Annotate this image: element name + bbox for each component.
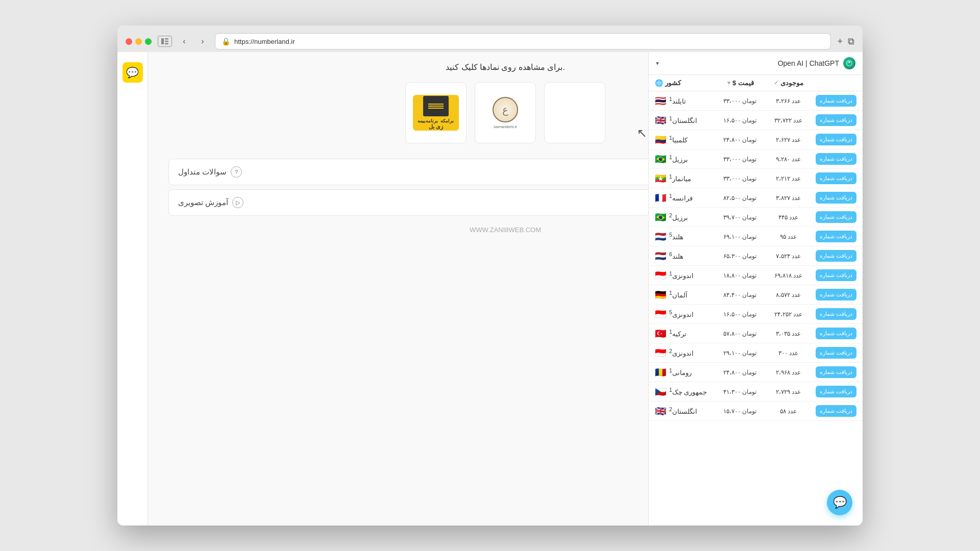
- table-row: دریافت شماره عدد ۹،۲۸۰ تومان ۳۳،۰۰۰ برزی…: [649, 149, 863, 169]
- close-button[interactable]: [126, 38, 132, 45]
- sidebar-toggle-button[interactable]: [158, 36, 172, 47]
- receive-button[interactable]: دریافت شماره: [816, 366, 856, 378]
- country-name: فرانسه1: [669, 193, 693, 202]
- country-name: انگلستان2: [669, 407, 697, 415]
- sidebar-chat-icon[interactable]: 💬: [122, 62, 143, 83]
- table-row: دریافت شماره عدد ۸،۵۷۲ تومان ۸۴،۴۰۰ آلما…: [649, 285, 863, 305]
- row-stock-cell: عدد ۲،۲۱۲: [767, 175, 811, 182]
- row-country-cell: هلند5 🇳🇱: [655, 231, 714, 242]
- country-name: رومانی1: [669, 368, 692, 377]
- back-button[interactable]: ‹: [178, 35, 190, 47]
- row-country-cell: اندونزی2 🇮🇩: [655, 347, 714, 359]
- row-price-cell: تومان ۱۶،۵۰۰: [716, 117, 765, 124]
- row-btn-cell: دریافت شماره: [813, 250, 856, 262]
- receive-button[interactable]: دریافت شماره: [816, 134, 856, 145]
- country-flag: 🇧🇷: [655, 154, 666, 165]
- receive-button[interactable]: دریافت شماره: [816, 211, 856, 223]
- row-price-cell: تومان ۲۴،۸۰۰: [716, 136, 765, 143]
- copy-button[interactable]: ⧉: [848, 36, 854, 47]
- receive-button[interactable]: دریافت شماره: [816, 231, 856, 242]
- row-country-cell: برزیل2 🇧🇷: [655, 212, 714, 223]
- svg-rect-3: [165, 43, 168, 45]
- tutorial-label: آموزش تصویری: [178, 198, 228, 207]
- row-stock-cell: عدد ۵۸: [767, 408, 811, 415]
- maximize-button[interactable]: [145, 38, 152, 45]
- logo-card-bank[interactable]: برامکه ‌ برنامه‌بیمهزی بل: [405, 82, 467, 143]
- row-btn-cell: دریافت شماره: [813, 231, 856, 242]
- panel-dropdown[interactable]: ▾ Open AI | ChatGPT: [649, 52, 863, 75]
- row-stock-cell: عدد ۲۴،۲۵۲: [767, 311, 811, 318]
- table-body: دریافت شماره عدد ۳،۲۶۶ تومان ۳۳،۰۰۰ تایل…: [649, 91, 863, 525]
- receive-button[interactable]: دریافت شماره: [816, 308, 856, 320]
- country-flag: 🇲🇲: [655, 173, 666, 184]
- chat-bubble-icon: 💬: [833, 496, 847, 509]
- row-stock-cell: عدد ۳۰۰: [767, 349, 811, 357]
- tutorial-play-icon: ▷: [232, 197, 243, 208]
- receive-button[interactable]: دریافت شماره: [816, 153, 856, 165]
- country-name: ترکیه1: [669, 329, 687, 338]
- row-country-cell: میانمار1 🇲🇲: [655, 173, 714, 184]
- receive-button[interactable]: دریافت شماره: [816, 289, 856, 300]
- table-row: دریافت شماره عدد ۷،۵۲۴ تومان ۶۵،۳۰۰ هلند…: [649, 246, 863, 266]
- tutorial-content: ▷ آموزش تصویری: [178, 197, 243, 208]
- row-btn-cell: دریافت شماره: [813, 386, 856, 397]
- row-stock-cell: عدد ۶۹،۸۱۸: [767, 272, 811, 279]
- svg-rect-1: [165, 38, 168, 40]
- header-stock-col[interactable]: موجودی ✓: [766, 79, 811, 87]
- panel-wrapper: ↗ 6 ▾ Open AI | ChatGPT: [648, 52, 863, 525]
- logo-card-samandehi[interactable]: ع samandehi.ir: [475, 82, 536, 143]
- receive-button[interactable]: دریافت شماره: [816, 386, 856, 397]
- country-flag: 🇮🇩: [655, 270, 666, 281]
- country-flag: 🇹🇭: [655, 95, 666, 107]
- row-price-cell: تومان ۵۷،۸۰۰: [716, 330, 765, 337]
- row-country-cell: کلمبیا1 🇨🇴: [655, 134, 714, 145]
- row-price-cell: تومان ۶۵،۳۰۰: [716, 253, 765, 260]
- receive-button[interactable]: دریافت شماره: [816, 114, 856, 126]
- header-country-col[interactable]: کشور 🌐: [655, 79, 716, 87]
- country-name: میانمار1: [669, 174, 691, 183]
- row-btn-cell: دریافت شماره: [813, 328, 856, 339]
- row-country-cell: تایلند1 🇹🇭: [655, 95, 714, 107]
- chat-bubble-button[interactable]: 💬: [827, 490, 852, 515]
- url-text: https://numberland.ir: [234, 38, 295, 45]
- row-country-cell: رومانی1 🇷🇴: [655, 367, 714, 378]
- row-country-cell: برزیل1 🇧🇷: [655, 154, 714, 165]
- receive-button[interactable]: دریافت شماره: [816, 347, 856, 359]
- country-flag: 🇩🇪: [655, 289, 666, 300]
- new-tab-button[interactable]: +: [837, 36, 843, 47]
- row-country-cell: آلمان1 🇩🇪: [655, 289, 714, 300]
- row-btn-cell: دریافت شماره: [813, 172, 856, 184]
- faq-content: ? سوالات متداول: [178, 166, 242, 178]
- receive-button[interactable]: دریافت شماره: [816, 172, 856, 184]
- receive-button[interactable]: دریافت شماره: [816, 250, 856, 262]
- country-flag: 🇳🇱: [655, 231, 666, 242]
- address-bar[interactable]: 🔒 https://numberland.ir: [215, 33, 831, 49]
- row-btn-cell: دریافت شماره: [813, 289, 856, 300]
- header-price-col[interactable]: قیمت $ ▾: [716, 79, 766, 87]
- receive-button[interactable]: دریافت شماره: [816, 269, 856, 281]
- row-price-cell: تومان ۳۳،۰۰۰: [716, 175, 765, 182]
- country-name: برزیل2: [669, 213, 688, 221]
- table-row: دریافت شماره عدد ۲۴،۲۵۲ تومان ۱۶،۵۰۰ اند…: [649, 305, 863, 324]
- receive-button[interactable]: دریافت شماره: [816, 405, 856, 417]
- dropdown-label: Open AI | ChatGPT: [778, 59, 839, 67]
- annotation-arrow-icon: ↗: [637, 126, 647, 140]
- row-btn-cell: دریافت شماره: [813, 366, 856, 378]
- minimize-button[interactable]: [135, 38, 142, 45]
- row-price-cell: تومان ۱۸،۸۰۰: [716, 272, 765, 279]
- receive-button[interactable]: دریافت شماره: [816, 328, 856, 339]
- country-name: اندونزی1: [669, 271, 694, 280]
- row-stock-cell: عدد ۳،۰۳۵: [767, 330, 811, 337]
- stock-sort-icon: ✓: [774, 80, 778, 86]
- svg-rect-2: [165, 41, 168, 42]
- receive-button[interactable]: دریافت شماره: [816, 192, 856, 204]
- logo-card-empty[interactable]: [544, 82, 605, 143]
- table-row: دریافت شماره عدد ۳۰۰ تومان ۲۹،۱۰۰ اندونز…: [649, 343, 863, 363]
- country-name: آلمان1: [669, 290, 688, 299]
- row-stock-cell: عدد ۴۴۵: [767, 214, 811, 221]
- receive-button[interactable]: دریافت شماره: [816, 95, 856, 107]
- forward-button[interactable]: ›: [197, 35, 209, 47]
- country-flag: 🇬🇧: [655, 406, 666, 417]
- row-stock-cell: عدد ۸،۵۷۲: [767, 291, 811, 298]
- row-country-cell: فرانسه1 🇫🇷: [655, 192, 714, 204]
